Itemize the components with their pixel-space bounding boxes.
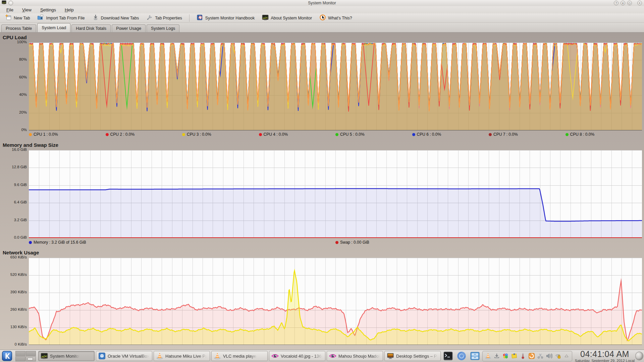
handbook-icon (197, 14, 203, 22)
memory-swap-plot (29, 150, 642, 238)
taskbar-task-system-monitor[interactable]: System Monitor (38, 351, 95, 361)
window-minimize-button[interactable]: ∨ (621, 1, 625, 5)
network-axis-tick: 390 KiB/s (1, 290, 27, 294)
digital-clock[interactable]: 04:41:04 AM Saturday, September 29, 2012… (574, 350, 636, 362)
konsole-launcher-button[interactable] (442, 351, 454, 361)
task-label: VLC media player (223, 354, 258, 359)
window-titlebar: System Monitor ?∨◇× (0, 0, 644, 6)
whats-this-icon (319, 14, 326, 22)
memory-axis-tick: 16.0 GiB (1, 147, 27, 152)
tab-system-load[interactable]: System Load (37, 23, 70, 32)
memory-legend-item: Memory : 3.2 GiB of 15.6 GiB (29, 240, 335, 245)
cpu-load-title: CPU Load (3, 35, 27, 40)
cpu-legend-item: CPU 7 : 0.0% (489, 132, 566, 137)
legend-label: CPU 7 : 0.0% (493, 132, 518, 137)
kde-launcher-button[interactable] (1, 351, 13, 361)
tab-power-usage[interactable]: Power Usage (112, 24, 146, 32)
window-maximize-button[interactable]: ◇ (627, 1, 632, 5)
taskbar-task-oracle-vm-virtualbox-m[interactable]: Oracle VM VirtualBox M (96, 351, 152, 361)
legend-dot (489, 133, 492, 136)
download-tabs-icon (92, 14, 99, 22)
pager-desktop-2[interactable] (26, 351, 36, 356)
legend-dot (412, 133, 415, 136)
menu-file[interactable]: File (3, 7, 16, 13)
system-load-view: CPU Load CPU 1 : 0.0%CPU 2 : 0.0%CPU 3 :… (0, 33, 644, 350)
toolbar-what-s-this--button[interactable]: What's This? (316, 13, 355, 22)
menu-settings[interactable]: Settings (37, 7, 59, 13)
toolbar-import-tab-from-file-button[interactable]: Import Tab From File (34, 13, 88, 22)
toolbar-system-monitor-handbook-button[interactable]: System Monitor Handbook (194, 13, 258, 22)
toolbar-button-label: What's This? (328, 16, 352, 20)
toolbar-button-label: Tab Properties (155, 16, 182, 20)
menu-help[interactable]: Help (62, 7, 77, 13)
legend-label: CPU 3 : 0.0% (187, 132, 211, 137)
desktop-icon (387, 352, 394, 360)
network-usage-chart (29, 258, 642, 345)
download-tray-icon[interactable] (493, 353, 500, 359)
legend-dot (106, 133, 109, 136)
chromium-launcher-button[interactable] (455, 351, 468, 361)
window-controls: ?∨◇× (614, 1, 642, 5)
vlc-icon (156, 352, 163, 360)
cpu-legend-item: CPU 1 : 0.0% (29, 132, 106, 137)
legend-dot (335, 133, 338, 136)
pager-window-marker (28, 358, 33, 360)
pager-desktop-3[interactable] (15, 356, 25, 361)
volume-tray-icon[interactable] (546, 353, 552, 359)
toolbar-separator (189, 14, 190, 22)
window-help-button[interactable]: ? (614, 1, 619, 5)
vlc-tray-icon[interactable] (485, 353, 491, 359)
tab-hard-disk-totals[interactable]: Hard Disk Totals (71, 24, 111, 32)
cpu-axis-tick: 80% (1, 57, 27, 61)
toolbar-download-new-tabs-button[interactable]: Download New Tabs (89, 13, 142, 22)
gwenview-icon (271, 352, 279, 360)
task-label: System Monitor (50, 354, 80, 359)
legend-dot (29, 241, 32, 244)
menu-view[interactable]: View (19, 7, 35, 13)
note-tray-icon[interactable] (511, 353, 518, 359)
taskbar-task-desktop-settings-plasm[interactable]: Desktop Settings – Plasm (384, 351, 441, 361)
toolbar-button-label: About System Monitor (271, 16, 312, 20)
task-label: Mahou Shoujo Madoka M (338, 354, 381, 359)
toolbar-about-system-monitor-button[interactable]: About System Monitor (259, 13, 315, 22)
toolbar-tab-properties-button[interactable]: Tab Properties (143, 13, 185, 22)
memory-swap-title: Memory and Swap Size (3, 142, 58, 148)
taskbar-task-hatsune-miku-live-party[interactable]: Hatsune Miku Live Party (154, 351, 210, 361)
legend-label: CPU 5 : 0.0% (340, 132, 365, 137)
taskbar-task-mahou-shoujo-madoka-m[interactable]: Mahou Shoujo Madoka M (327, 351, 383, 361)
memory-axis-tick: 9.6 GiB (1, 183, 27, 187)
tab-process-table[interactable]: Process Table (1, 24, 36, 32)
thermometer-tray-icon[interactable] (520, 353, 526, 359)
expand-tray-icon[interactable] (563, 353, 570, 359)
network-lock-tray-icon[interactable] (554, 353, 561, 359)
legend-label: CPU 2 : 0.0% (110, 132, 135, 137)
panel-cashew-button[interactable] (637, 351, 643, 361)
taskbar-task-vlc-media-player[interactable]: VLC media player (211, 351, 268, 361)
taskbar-task-vocaloid-40-jpg-1366x7[interactable]: Vocaloid 40.jpg - 1366x7 (269, 351, 325, 361)
scissors-tray-icon[interactable] (537, 353, 544, 359)
pager-desktop-1[interactable] (15, 351, 25, 356)
memory-axis-tick: 12.8 GiB (1, 165, 27, 169)
sysmon-icon (41, 352, 48, 360)
memory-axis-tick: 0.0 GiB (1, 235, 27, 239)
pager-desktop-4[interactable] (26, 356, 36, 361)
memory-swap-chart (29, 150, 642, 238)
legend-label: CPU 1 : 0.0% (34, 132, 58, 137)
cpu-axis-tick: 60% (1, 75, 27, 79)
memory-axis-tick: 3.2 GiB (1, 218, 27, 222)
window-close-button[interactable]: × (637, 1, 642, 5)
vbox-icon (98, 352, 106, 360)
colors-tray-icon[interactable] (502, 353, 509, 359)
tab-system-logs[interactable]: System Logs (147, 24, 179, 32)
task-label: Vocaloid 40.jpg - 1366x7 (281, 354, 323, 359)
toolbar-new-tab-button[interactable]: New Tab (2, 13, 33, 22)
window-menu-button[interactable] (8, 1, 13, 5)
cpu-legend-item: CPU 5 : 0.0% (335, 132, 412, 137)
updates-tray-icon[interactable] (528, 353, 535, 359)
menubar: FileViewSettingsHelp (0, 6, 644, 13)
files-launcher-button[interactable] (469, 351, 481, 361)
desktop-screen: System Monitor ?∨◇× FileViewSettingsHelp… (0, 0, 644, 362)
legend-label: Memory : 3.2 GiB of 15.6 GiB (34, 240, 86, 245)
legend-dot (335, 241, 338, 244)
task-label: Oracle VM VirtualBox M (108, 354, 150, 359)
